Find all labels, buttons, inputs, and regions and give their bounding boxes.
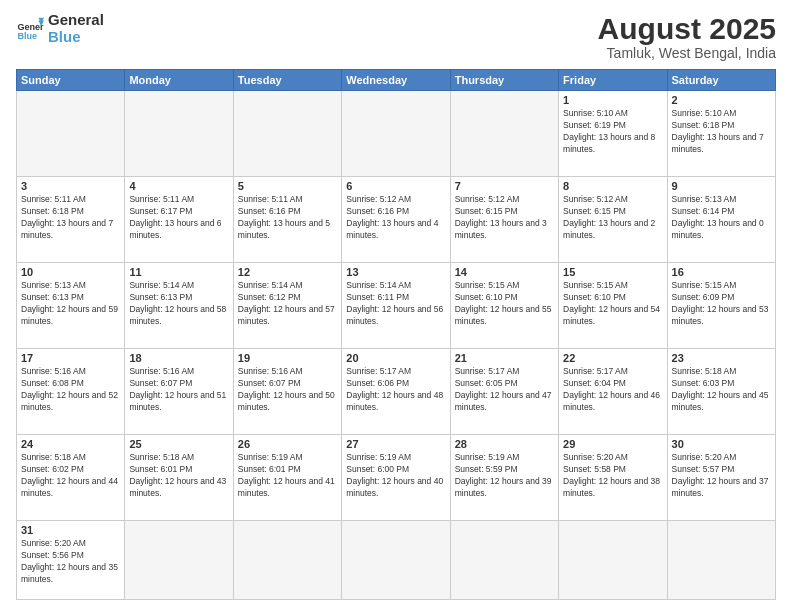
day-number: 16 <box>672 266 771 278</box>
day-number: 3 <box>21 180 120 192</box>
day-info: Sunrise: 5:20 AM Sunset: 5:57 PM Dayligh… <box>672 452 771 500</box>
calendar-week-row: 1Sunrise: 5:10 AM Sunset: 6:19 PM Daylig… <box>17 91 776 177</box>
calendar-cell: 17Sunrise: 5:16 AM Sunset: 6:08 PM Dayli… <box>17 349 125 435</box>
day-info: Sunrise: 5:15 AM Sunset: 6:10 PM Dayligh… <box>455 280 554 328</box>
day-info: Sunrise: 5:14 AM Sunset: 6:13 PM Dayligh… <box>129 280 228 328</box>
day-number: 7 <box>455 180 554 192</box>
calendar-cell <box>559 521 667 600</box>
day-info: Sunrise: 5:14 AM Sunset: 6:12 PM Dayligh… <box>238 280 337 328</box>
calendar-cell: 29Sunrise: 5:20 AM Sunset: 5:58 PM Dayli… <box>559 435 667 521</box>
calendar-cell: 18Sunrise: 5:16 AM Sunset: 6:07 PM Dayli… <box>125 349 233 435</box>
logo: General Blue General Blue <box>16 12 104 45</box>
day-number: 6 <box>346 180 445 192</box>
day-info: Sunrise: 5:13 AM Sunset: 6:13 PM Dayligh… <box>21 280 120 328</box>
title-block: August 2025 Tamluk, West Bengal, India <box>598 12 776 61</box>
calendar-cell: 9Sunrise: 5:13 AM Sunset: 6:14 PM Daylig… <box>667 177 775 263</box>
day-number: 20 <box>346 352 445 364</box>
day-info: Sunrise: 5:16 AM Sunset: 6:08 PM Dayligh… <box>21 366 120 414</box>
day-number: 15 <box>563 266 662 278</box>
day-number: 24 <box>21 438 120 450</box>
day-number: 13 <box>346 266 445 278</box>
day-number: 30 <box>672 438 771 450</box>
logo-general: General <box>48 12 104 29</box>
calendar-cell: 25Sunrise: 5:18 AM Sunset: 6:01 PM Dayli… <box>125 435 233 521</box>
day-info: Sunrise: 5:17 AM Sunset: 6:06 PM Dayligh… <box>346 366 445 414</box>
calendar-cell: 24Sunrise: 5:18 AM Sunset: 6:02 PM Dayli… <box>17 435 125 521</box>
day-info: Sunrise: 5:16 AM Sunset: 6:07 PM Dayligh… <box>129 366 228 414</box>
day-number: 19 <box>238 352 337 364</box>
day-number: 25 <box>129 438 228 450</box>
day-number: 22 <box>563 352 662 364</box>
day-number: 4 <box>129 180 228 192</box>
svg-text:Blue: Blue <box>17 30 37 40</box>
calendar-cell: 31Sunrise: 5:20 AM Sunset: 5:56 PM Dayli… <box>17 521 125 600</box>
header-thursday: Thursday <box>450 70 558 91</box>
calendar-cell: 10Sunrise: 5:13 AM Sunset: 6:13 PM Dayli… <box>17 263 125 349</box>
header: General Blue General Blue August 2025 Ta… <box>16 12 776 61</box>
calendar-table: Sunday Monday Tuesday Wednesday Thursday… <box>16 69 776 600</box>
day-info: Sunrise: 5:12 AM Sunset: 6:16 PM Dayligh… <box>346 194 445 242</box>
calendar-cell <box>125 521 233 600</box>
day-number: 11 <box>129 266 228 278</box>
calendar-cell <box>125 91 233 177</box>
calendar-cell: 5Sunrise: 5:11 AM Sunset: 6:16 PM Daylig… <box>233 177 341 263</box>
calendar-cell <box>450 91 558 177</box>
calendar-cell: 8Sunrise: 5:12 AM Sunset: 6:15 PM Daylig… <box>559 177 667 263</box>
calendar-cell: 26Sunrise: 5:19 AM Sunset: 6:01 PM Dayli… <box>233 435 341 521</box>
day-info: Sunrise: 5:20 AM Sunset: 5:58 PM Dayligh… <box>563 452 662 500</box>
day-number: 21 <box>455 352 554 364</box>
day-number: 31 <box>21 524 120 536</box>
calendar-subtitle: Tamluk, West Bengal, India <box>598 45 776 61</box>
calendar-cell: 6Sunrise: 5:12 AM Sunset: 6:16 PM Daylig… <box>342 177 450 263</box>
calendar-cell: 12Sunrise: 5:14 AM Sunset: 6:12 PM Dayli… <box>233 263 341 349</box>
header-saturday: Saturday <box>667 70 775 91</box>
day-info: Sunrise: 5:12 AM Sunset: 6:15 PM Dayligh… <box>455 194 554 242</box>
calendar-cell <box>17 91 125 177</box>
calendar-cell: 3Sunrise: 5:11 AM Sunset: 6:18 PM Daylig… <box>17 177 125 263</box>
day-info: Sunrise: 5:20 AM Sunset: 5:56 PM Dayligh… <box>21 538 120 586</box>
calendar-cell: 21Sunrise: 5:17 AM Sunset: 6:05 PM Dayli… <box>450 349 558 435</box>
day-info: Sunrise: 5:11 AM Sunset: 6:18 PM Dayligh… <box>21 194 120 242</box>
header-tuesday: Tuesday <box>233 70 341 91</box>
day-number: 18 <box>129 352 228 364</box>
day-info: Sunrise: 5:18 AM Sunset: 6:02 PM Dayligh… <box>21 452 120 500</box>
calendar-cell: 4Sunrise: 5:11 AM Sunset: 6:17 PM Daylig… <box>125 177 233 263</box>
calendar-cell: 19Sunrise: 5:16 AM Sunset: 6:07 PM Dayli… <box>233 349 341 435</box>
day-info: Sunrise: 5:16 AM Sunset: 6:07 PM Dayligh… <box>238 366 337 414</box>
calendar-cell <box>342 91 450 177</box>
calendar-cell: 1Sunrise: 5:10 AM Sunset: 6:19 PM Daylig… <box>559 91 667 177</box>
header-wednesday: Wednesday <box>342 70 450 91</box>
day-info: Sunrise: 5:11 AM Sunset: 6:16 PM Dayligh… <box>238 194 337 242</box>
calendar-cell <box>342 521 450 600</box>
day-info: Sunrise: 5:17 AM Sunset: 6:04 PM Dayligh… <box>563 366 662 414</box>
day-number: 23 <box>672 352 771 364</box>
calendar-cell: 16Sunrise: 5:15 AM Sunset: 6:09 PM Dayli… <box>667 263 775 349</box>
day-info: Sunrise: 5:18 AM Sunset: 6:01 PM Dayligh… <box>129 452 228 500</box>
calendar-cell: 20Sunrise: 5:17 AM Sunset: 6:06 PM Dayli… <box>342 349 450 435</box>
day-info: Sunrise: 5:15 AM Sunset: 6:09 PM Dayligh… <box>672 280 771 328</box>
calendar-week-row: 31Sunrise: 5:20 AM Sunset: 5:56 PM Dayli… <box>17 521 776 600</box>
day-number: 1 <box>563 94 662 106</box>
day-info: Sunrise: 5:12 AM Sunset: 6:15 PM Dayligh… <box>563 194 662 242</box>
day-info: Sunrise: 5:10 AM Sunset: 6:18 PM Dayligh… <box>672 108 771 156</box>
day-number: 8 <box>563 180 662 192</box>
header-monday: Monday <box>125 70 233 91</box>
calendar-week-row: 3Sunrise: 5:11 AM Sunset: 6:18 PM Daylig… <box>17 177 776 263</box>
calendar-cell <box>450 521 558 600</box>
day-info: Sunrise: 5:17 AM Sunset: 6:05 PM Dayligh… <box>455 366 554 414</box>
header-friday: Friday <box>559 70 667 91</box>
calendar-cell: 14Sunrise: 5:15 AM Sunset: 6:10 PM Dayli… <box>450 263 558 349</box>
calendar-week-row: 10Sunrise: 5:13 AM Sunset: 6:13 PM Dayli… <box>17 263 776 349</box>
day-info: Sunrise: 5:15 AM Sunset: 6:10 PM Dayligh… <box>563 280 662 328</box>
day-info: Sunrise: 5:11 AM Sunset: 6:17 PM Dayligh… <box>129 194 228 242</box>
day-number: 12 <box>238 266 337 278</box>
day-number: 5 <box>238 180 337 192</box>
day-number: 9 <box>672 180 771 192</box>
day-number: 29 <box>563 438 662 450</box>
day-number: 10 <box>21 266 120 278</box>
day-info: Sunrise: 5:13 AM Sunset: 6:14 PM Dayligh… <box>672 194 771 242</box>
day-number: 2 <box>672 94 771 106</box>
day-number: 17 <box>21 352 120 364</box>
calendar-cell: 15Sunrise: 5:15 AM Sunset: 6:10 PM Dayli… <box>559 263 667 349</box>
day-number: 27 <box>346 438 445 450</box>
